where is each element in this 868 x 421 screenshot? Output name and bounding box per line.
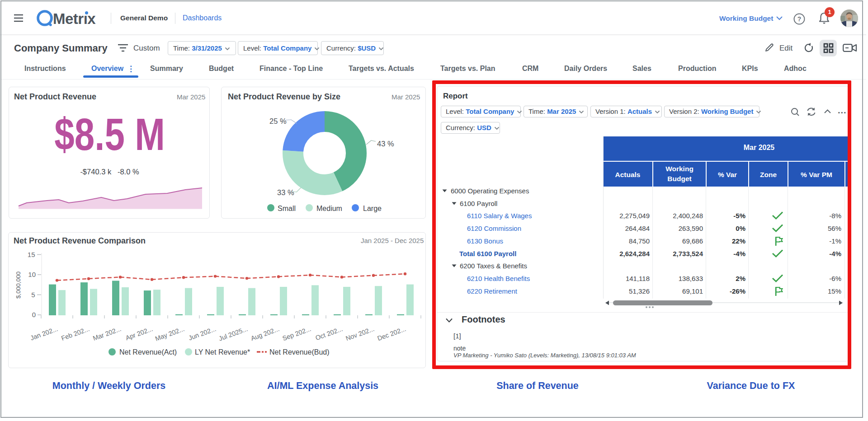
svg-text:Feb 202...: Feb 202...: [60, 325, 90, 342]
svg-text:0: 0: [32, 311, 36, 318]
svg-text:Apr 202...: Apr 202...: [124, 325, 154, 342]
svg-text:Nov 202...: Nov 202...: [344, 325, 375, 342]
svg-text:May 202...: May 202...: [154, 325, 185, 342]
svg-text:Jun 202...: Jun 202...: [188, 325, 217, 342]
svg-text:LY Net Revenue*: LY Net Revenue*: [195, 348, 250, 356]
svg-text:Oct 202...: Oct 202...: [314, 325, 344, 342]
svg-text:Net Revenue(Bud): Net Revenue(Bud): [269, 348, 330, 356]
svg-text:?: ?: [797, 15, 802, 23]
svg-text:Jan 202...: Jan 202...: [29, 325, 59, 342]
svg-text:Net Revenue(Act): Net Revenue(Act): [119, 348, 177, 356]
svg-text:$,000,000: $,000,000: [15, 271, 22, 299]
svg-text:Dec 202...: Dec 202...: [376, 325, 407, 342]
svg-text:Mar 202...: Mar 202...: [92, 325, 122, 342]
svg-text:Jul 2025...: Jul 2025...: [218, 325, 249, 342]
svg-text:10: 10: [28, 271, 36, 278]
svg-text:Sep 202...: Sep 202...: [281, 325, 312, 342]
svg-text:Aug 202...: Aug 202...: [250, 325, 280, 342]
svg-text:5: 5: [31, 291, 35, 299]
svg-text:15: 15: [28, 251, 35, 258]
